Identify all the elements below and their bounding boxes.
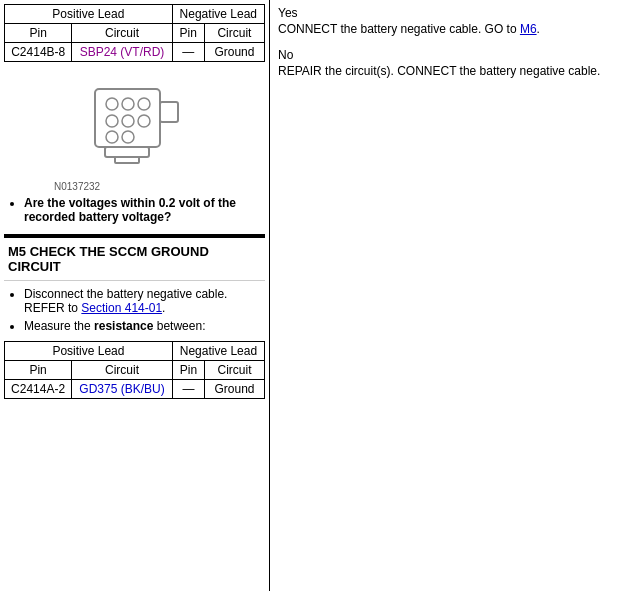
connector-diagram [4,74,265,177]
col-pin-2: Pin [172,24,204,43]
pos-pin: C2414B-8 [5,43,72,62]
voltage-bullet: Are the voltages within 0.2 volt of the … [24,196,265,224]
neg-circuit: Ground [204,43,264,62]
m5-col-pin-1: Pin [5,361,72,380]
top-bullets: Are the voltages within 0.2 volt of the … [12,196,265,224]
m5-header: M5 CHECK THE SCCM GROUND CIRCUIT [4,236,265,281]
m5-col-pin-2: Pin [172,361,204,380]
positive-lead-header: Positive Lead [5,5,173,24]
no-section: No REPAIR the circuit(s). CONNECT the ba… [278,48,635,78]
circuit-color-text: SBP24 (VT/RD) [80,45,165,59]
m5-header-text: M5 CHECK THE SCCM GROUND CIRCUIT [8,244,209,274]
measure-text: Measure the [24,319,94,333]
m6-link[interactable]: M6 [520,22,537,36]
main-container: Positive Lead Negative Lead Pin Circuit … [0,0,643,591]
svg-point-7 [106,115,118,127]
m5-negative-lead-header: Negative Lead [172,342,264,361]
svg-point-9 [138,115,150,127]
table-row: C2414B-8 SBP24 (VT/RD) — Ground [5,43,265,62]
negative-lead-header-top: Negative Lead [172,5,264,24]
yes-suffix: . [537,22,540,36]
svg-point-5 [122,98,134,110]
left-panel: Positive Lead Negative Lead Pin Circuit … [0,0,270,591]
svg-point-4 [106,98,118,110]
svg-point-10 [106,131,118,143]
svg-rect-2 [105,147,149,157]
m5-bullet-1: Disconnect the battery negative cable. R… [24,287,265,315]
m5-neg-circuit: Ground [205,380,265,399]
disconnect-suffix: . [162,301,165,315]
m5-bullet-2: Measure the resistance between: [24,319,265,333]
svg-point-8 [122,115,134,127]
col-pin-1: Pin [5,24,72,43]
section-link[interactable]: Section 414-01 [81,301,162,315]
col-circuit-2: Circuit [204,24,264,43]
yes-section: Yes CONNECT the battery negative cable. … [278,6,635,36]
diagram-label: N0137232 [54,181,265,192]
svg-point-6 [138,98,150,110]
yes-label-text: Yes [278,6,635,20]
yes-text: CONNECT the battery negative cable. GO t… [278,22,517,36]
right-panel: Yes CONNECT the battery negative cable. … [270,0,643,591]
svg-rect-1 [160,102,178,122]
m5-pos-circuit: GD375 (BK/BU) [72,380,173,399]
no-label-text: No [278,48,635,62]
col-circuit-1: Circuit [72,24,172,43]
voltage-bullet-text: Are the voltages within 0.2 volt of the … [24,196,236,224]
m5-neg-pin: — [172,380,204,399]
yes-body: CONNECT the battery negative cable. GO t… [278,22,635,36]
svg-point-11 [122,131,134,143]
m5-table-row: C2414A-2 GD375 (BK/BU) — Ground [5,380,265,399]
pos-circuit: SBP24 (VT/RD) [72,43,172,62]
neg-pin: — [172,43,204,62]
no-body: REPAIR the circuit(s). CONNECT the batte… [278,64,635,78]
m5-circuit-color-text: GD375 (BK/BU) [79,382,164,396]
m5-pos-pin: C2414A-2 [5,380,72,399]
connector-svg [80,74,190,174]
m5-col-circuit-2: Circuit [205,361,265,380]
m5-col-circuit-1: Circuit [72,361,173,380]
m5-table: Positive Lead Negative Lead Pin Circuit … [4,341,265,399]
resistance-text: resistance [94,319,153,333]
m5-bullet-list: Disconnect the battery negative cable. R… [12,287,265,333]
svg-rect-3 [115,157,139,163]
m5-positive-lead-header: Positive Lead [5,342,173,361]
between-text: between: [153,319,205,333]
top-table: Positive Lead Negative Lead Pin Circuit … [4,4,265,62]
